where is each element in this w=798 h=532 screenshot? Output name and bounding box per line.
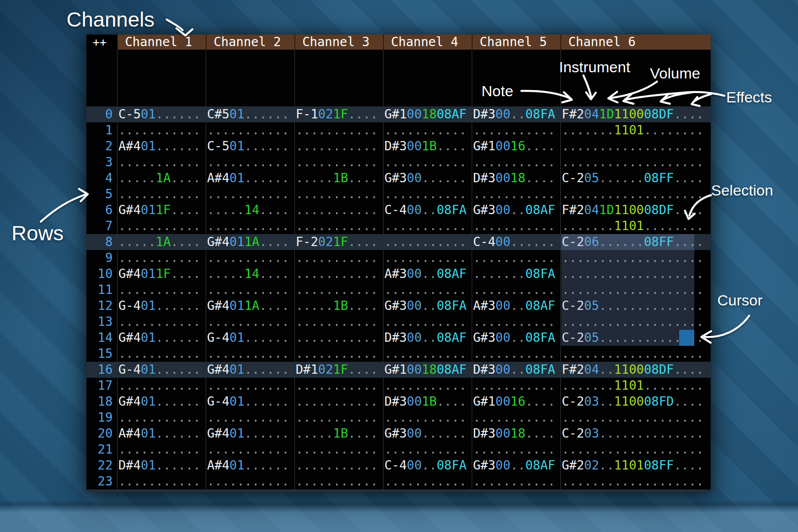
channel-header[interactable]: Channel 2 (206, 35, 294, 50)
pattern-cell[interactable]: ........... (472, 473, 560, 489)
pattern-cell[interactable]: ........... (294, 410, 383, 426)
channel-header[interactable]: Channel 6 (560, 35, 711, 50)
channel-header[interactable]: Channel 1 (117, 35, 206, 50)
pattern-cell[interactable]: ........... (206, 186, 294, 202)
pattern-cell[interactable]: A#401...... (117, 426, 206, 442)
channel-header[interactable]: Channel 3 (294, 35, 383, 50)
pattern-cell[interactable]: G#401...... (117, 330, 206, 346)
pattern-cell[interactable]: G#300...... (383, 170, 472, 186)
pattern-cell[interactable]: D#1021F.... (294, 362, 383, 378)
pattern-cell[interactable]: D#401...... (206, 489, 294, 492)
pattern-cell[interactable]: C-400..08FA (383, 458, 472, 473)
pattern-cell[interactable]: ........... (472, 218, 560, 234)
pattern-cell[interactable]: ........... (294, 218, 383, 234)
pattern-cell[interactable]: ........... (206, 218, 294, 234)
pattern-cell[interactable]: ........... (294, 266, 383, 282)
pattern-cell[interactable]: ........... (472, 378, 560, 394)
pattern-cell[interactable]: ........... (472, 186, 560, 202)
pattern-cell[interactable]: ........... (294, 250, 383, 266)
pattern-cell[interactable]: ........... (294, 282, 383, 298)
pattern-cell[interactable]: ................... (560, 138, 711, 154)
add-channel-button[interactable]: ++ (86, 35, 117, 50)
pattern-cell[interactable]: G-401...... (206, 330, 294, 346)
pattern-cell[interactable]: ................... (560, 410, 711, 426)
pattern-cell[interactable]: C-203.............. (560, 426, 711, 442)
pattern-cell[interactable]: ........... (206, 346, 294, 362)
pattern-cell[interactable]: A#300..08AF (472, 298, 560, 314)
pattern-cell[interactable]: ........... (206, 250, 294, 266)
pattern-cell[interactable]: ........... (117, 122, 206, 138)
pattern-cell[interactable]: A#401...... (206, 170, 294, 186)
pattern-cell[interactable]: ........... (117, 314, 206, 330)
pattern-cell[interactable]: D#30018.... (472, 426, 560, 442)
pattern-cell[interactable]: ........... (472, 154, 560, 170)
pattern-cell[interactable]: ........... (294, 473, 383, 489)
pattern-cursor[interactable] (679, 330, 694, 346)
pattern-cell[interactable]: ........... (117, 186, 206, 202)
pattern-cell[interactable]: ........... (206, 378, 294, 394)
pattern-cell[interactable]: .....1B.... (294, 426, 383, 442)
pattern-cell[interactable]: A#401...... (117, 138, 206, 154)
pattern-cell[interactable]: ........... (294, 122, 383, 138)
pattern-cell[interactable]: G#300..08AF (472, 202, 560, 218)
pattern-cell[interactable]: ........... (294, 314, 383, 330)
pattern-cell[interactable]: G#202..110108FF.... (560, 458, 711, 473)
pattern-cell[interactable]: G#401...... (206, 362, 294, 378)
pattern-cell[interactable]: ........... (294, 442, 383, 458)
pattern-cell[interactable]: F#2041D110008DF.... (560, 106, 711, 122)
pattern-cell[interactable]: ........... (383, 186, 472, 202)
pattern-cell[interactable]: ........... (383, 122, 472, 138)
pattern-cell[interactable]: ........... (294, 138, 383, 154)
pattern-cell[interactable]: ........... (383, 218, 472, 234)
pattern-cell[interactable]: F#204..110008DF.... (560, 362, 711, 378)
pattern-cell[interactable]: D#300..08AF (383, 330, 472, 346)
pattern-cell[interactable]: ........... (294, 330, 383, 346)
pattern-cell[interactable]: ........... (117, 442, 206, 458)
pattern-cell[interactable]: ........... (117, 250, 206, 266)
pattern-cell[interactable]: ........... (472, 314, 560, 330)
pattern-cell[interactable]: .......1101........ (560, 378, 711, 394)
pattern-cell[interactable]: G#300...... (383, 426, 472, 442)
pattern-cell[interactable]: ........... (383, 473, 472, 489)
pattern-cell[interactable]: G#300..08AF (472, 458, 560, 473)
pattern-cell[interactable]: .....1A.... (117, 234, 206, 250)
pattern-cell[interactable]: ........... (383, 346, 472, 362)
pattern-cell[interactable]: ........... (206, 473, 294, 489)
pattern-cell[interactable]: F-2021F.... (294, 234, 383, 250)
pattern-cell[interactable]: ........... (383, 378, 472, 394)
pattern-cell[interactable]: C-202..110008FD.... (560, 489, 711, 492)
pattern-cell[interactable]: C-400...... (472, 489, 560, 492)
pattern-cell[interactable]: ................... (560, 346, 711, 362)
pattern-cell[interactable]: ........... (117, 378, 206, 394)
pattern-cell[interactable]: G#300..08FA (472, 330, 560, 346)
pattern-cell[interactable]: ........... (117, 282, 206, 298)
pattern-cell[interactable]: G-401...... (117, 298, 206, 314)
channel-header[interactable]: Channel 5 (472, 35, 560, 50)
pattern-cell[interactable]: F#2041D110008DF.... (560, 202, 711, 218)
pattern-cell[interactable]: ........... (472, 442, 560, 458)
pattern-cell[interactable]: C-501...... (117, 106, 206, 122)
pattern-cell[interactable]: G-401...... (117, 362, 206, 378)
pattern-cell[interactable]: ........... (383, 154, 472, 170)
pattern-cell[interactable]: C-400...... (472, 234, 560, 250)
pattern-cell[interactable]: ........... (117, 489, 206, 492)
pattern-cell[interactable]: .....1A.... (117, 170, 206, 186)
pattern-cell[interactable]: ................... (560, 473, 711, 489)
pattern-cell[interactable]: .....1B.... (294, 298, 383, 314)
pattern-cell[interactable]: D#3001B.... (383, 138, 472, 154)
pattern-cell[interactable]: .......1101........ (560, 122, 711, 138)
pattern-cell[interactable]: .......08FA (472, 266, 560, 282)
pattern-cell[interactable]: G#4011F.... (117, 202, 206, 218)
pattern-cell[interactable]: F-1021F.... (294, 106, 383, 122)
pattern-cell[interactable]: .....14.... (206, 202, 294, 218)
pattern-cell[interactable]: D#300..08FA (472, 362, 560, 378)
pattern-cell[interactable]: D#3001B.... (383, 394, 472, 410)
pattern-cell[interactable]: ........... (294, 458, 383, 473)
pattern-cell[interactable]: ........... (117, 473, 206, 489)
pattern-cell[interactable]: ........... (383, 250, 472, 266)
pattern-cell[interactable]: .......1101........ (560, 218, 711, 234)
pattern-cell[interactable]: ........... (117, 218, 206, 234)
pattern-cell[interactable]: ................... (560, 186, 711, 202)
pattern-cell[interactable]: ........... (472, 122, 560, 138)
pattern-cell[interactable]: G#10016.... (472, 394, 560, 410)
